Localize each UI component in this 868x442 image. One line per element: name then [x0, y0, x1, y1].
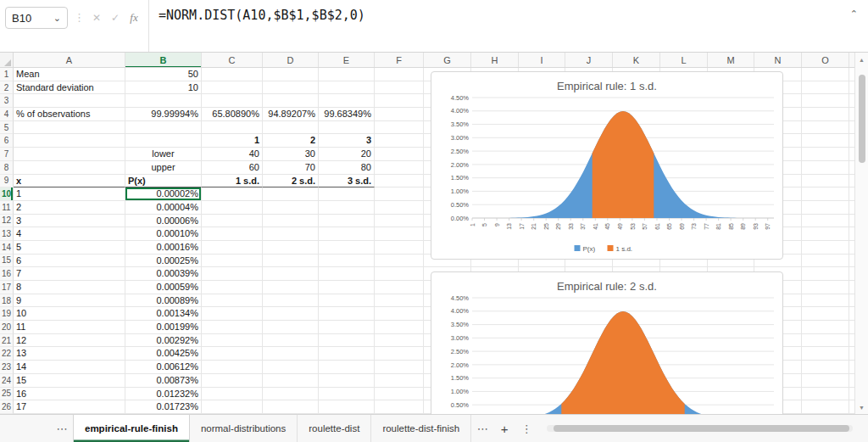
cell-D18[interactable] — [263, 294, 319, 308]
cell-A17[interactable]: 8 — [14, 281, 125, 294]
cell-O23[interactable] — [802, 361, 849, 374]
row-header-3[interactable]: 3 — [0, 94, 14, 108]
cell-O25[interactable] — [802, 388, 849, 401]
cell-F22[interactable] — [375, 347, 424, 361]
cell-B16[interactable]: 0.00039% — [125, 267, 202, 281]
cell-E12[interactable] — [319, 215, 375, 228]
cell-A2[interactable]: Standard deviation — [14, 81, 125, 95]
more-sheets-right-button[interactable]: ⋯ — [471, 415, 493, 442]
cell-D21[interactable] — [263, 334, 319, 348]
cell-O11[interactable] — [802, 201, 849, 215]
cell-D15[interactable] — [263, 255, 319, 268]
cell-E4[interactable]: 99.68349% — [319, 108, 375, 121]
cell-C19[interactable] — [202, 307, 263, 321]
cell-O12[interactable] — [802, 215, 849, 228]
cell-F1[interactable] — [375, 68, 424, 81]
cell-E20[interactable] — [319, 321, 375, 334]
horizontal-scrollbar-thumb[interactable] — [554, 425, 849, 432]
cell-A19[interactable]: 10 — [14, 307, 125, 321]
cell-C26[interactable] — [202, 400, 263, 414]
cell-F26[interactable] — [375, 400, 424, 414]
vertical-scrollbar[interactable]: ▲ ▼ — [854, 53, 868, 414]
cell-D16[interactable] — [263, 267, 319, 281]
name-box[interactable]: B10 ⌄ — [5, 7, 68, 29]
cell-E14[interactable] — [319, 241, 375, 255]
cell-F6[interactable] — [375, 134, 424, 148]
cell-B11[interactable]: 0.00004% — [125, 201, 202, 215]
cell-O9[interactable] — [802, 175, 849, 188]
cell-F20[interactable] — [375, 321, 424, 334]
cell-C17[interactable] — [202, 281, 263, 294]
cell-B4[interactable]: 99.99994% — [125, 108, 202, 121]
row-header-20[interactable]: 20 — [0, 321, 14, 334]
cell-A6[interactable] — [14, 134, 125, 148]
column-header-M[interactable]: M — [708, 53, 754, 68]
cell-O17[interactable] — [802, 281, 849, 294]
row-header-19[interactable]: 19 — [0, 307, 14, 321]
cell-C2[interactable] — [202, 81, 263, 95]
sheet-tab-normal-distributions[interactable]: normal-distributions — [190, 415, 298, 442]
cell-C3[interactable] — [202, 94, 263, 108]
cell-B24[interactable]: 0.00873% — [125, 374, 202, 388]
cell-B23[interactable]: 0.00612% — [125, 361, 202, 374]
cell-C14[interactable] — [202, 241, 263, 255]
cell-B8[interactable]: upper — [125, 161, 202, 175]
cell-F15[interactable] — [375, 255, 424, 268]
cell-D22[interactable] — [263, 347, 319, 361]
cell-E23[interactable] — [319, 361, 375, 374]
cell-D26[interactable] — [263, 400, 319, 414]
cell-B5[interactable] — [125, 121, 202, 135]
cell-A21[interactable]: 12 — [14, 334, 125, 348]
cell-E16[interactable] — [319, 267, 375, 281]
vertical-scrollbar-thumb[interactable] — [859, 75, 865, 163]
cell-D1[interactable] — [263, 68, 319, 81]
cell-D17[interactable] — [263, 281, 319, 294]
collapse-formula-bar-icon[interactable]: ⌃ — [850, 8, 858, 20]
column-header-C[interactable]: C — [202, 53, 263, 68]
cell-D6[interactable]: 2 — [263, 134, 319, 148]
cell-F16[interactable] — [375, 267, 424, 281]
column-header-N[interactable]: N — [754, 53, 802, 68]
cell-A18[interactable]: 9 — [14, 294, 125, 308]
column-header-L[interactable]: L — [660, 53, 708, 68]
row-header-13[interactable]: 13 — [0, 227, 14, 241]
cell-B20[interactable]: 0.00199% — [125, 321, 202, 334]
column-header-J[interactable]: J — [565, 53, 613, 68]
cell-C6[interactable]: 1 — [202, 134, 263, 148]
cell-O4[interactable] — [802, 108, 849, 121]
cell-E1[interactable] — [319, 68, 375, 81]
cell-B21[interactable]: 0.00292% — [125, 334, 202, 348]
column-header-K[interactable]: K — [613, 53, 660, 68]
cell-D13[interactable] — [263, 227, 319, 241]
cell-O18[interactable] — [802, 294, 849, 308]
row-header-22[interactable]: 22 — [0, 347, 14, 361]
cell-C16[interactable] — [202, 267, 263, 281]
column-header-B[interactable]: B — [125, 53, 202, 68]
cell-O2[interactable] — [802, 81, 849, 95]
cell-B6[interactable] — [125, 134, 202, 148]
cell-O3[interactable] — [802, 94, 849, 108]
cell-A26[interactable]: 17 — [14, 400, 125, 414]
cell-E6[interactable]: 3 — [319, 134, 375, 148]
row-header-24[interactable]: 24 — [0, 374, 14, 388]
cell-A11[interactable]: 2 — [14, 201, 125, 215]
cell-D23[interactable] — [263, 361, 319, 374]
cell-B12[interactable]: 0.00006% — [125, 215, 202, 228]
cell-C21[interactable] — [202, 334, 263, 348]
cell-E24[interactable] — [319, 374, 375, 388]
cell-O24[interactable] — [802, 374, 849, 388]
scroll-up-icon[interactable]: ▲ — [859, 53, 865, 66]
cell-E9[interactable]: 3 s.d. — [319, 175, 375, 188]
name-box-chevron-down-icon[interactable]: ⌄ — [53, 13, 61, 24]
cell-F10[interactable] — [375, 187, 424, 201]
cell-O20[interactable] — [802, 321, 849, 334]
row-header-16[interactable]: 16 — [0, 267, 14, 281]
cell-F17[interactable] — [375, 281, 424, 294]
cell-O19[interactable] — [802, 307, 849, 321]
sheet-tab-empirical-rule-finish[interactable]: empirical-rule-finish — [73, 415, 190, 442]
cell-D25[interactable] — [263, 388, 319, 401]
cell-C1[interactable] — [202, 68, 263, 81]
cell-D19[interactable] — [263, 307, 319, 321]
cell-O1[interactable] — [802, 68, 849, 81]
cell-B3[interactable] — [125, 94, 202, 108]
